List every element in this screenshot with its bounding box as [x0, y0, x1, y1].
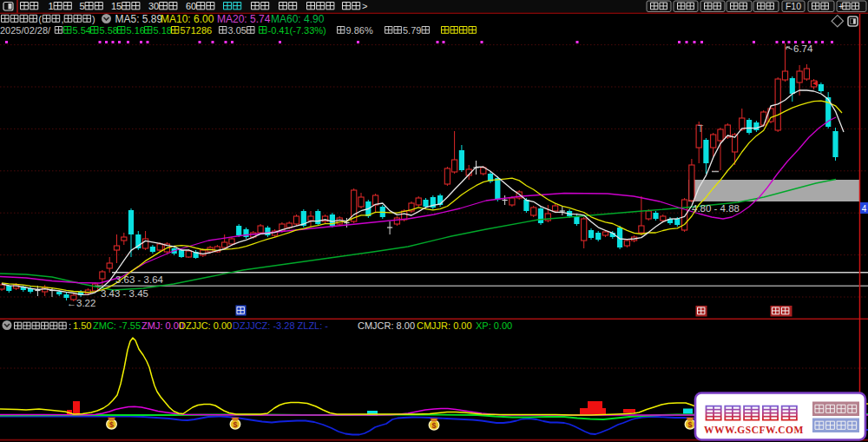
svg-text:571286: 571286 — [181, 25, 213, 36]
svg-text:ZMJ: 0.00: ZMJ: 0.00 — [141, 320, 184, 331]
svg-text::: : — [69, 320, 71, 331]
svg-text:5.58: 5.58 — [100, 25, 118, 36]
svg-text:$: $ — [687, 420, 692, 429]
svg-text:$: $ — [431, 421, 436, 430]
svg-text:30: 30 — [148, 1, 159, 11]
svg-text:$: $ — [109, 420, 114, 429]
svg-text:3.43 - 3.45: 3.43 - 3.45 — [101, 288, 148, 299]
svg-text:T: T — [698, 124, 703, 134]
svg-text:): ) — [92, 14, 95, 24]
svg-text:CMJCR: 8.00: CMJCR: 8.00 — [358, 320, 415, 331]
svg-text:$: $ — [233, 420, 237, 429]
svg-text:1.50: 1.50 — [73, 320, 91, 331]
svg-text:,: , — [61, 14, 63, 24]
svg-text:-0.41(-7.33%): -0.41(-7.33%) — [268, 25, 326, 36]
svg-text:6.74: 6.74 — [793, 43, 813, 54]
svg-text:CMJJR: 0.00: CMJJR: 0.00 — [417, 320, 472, 331]
svg-text:MA20: 5.74: MA20: 5.74 — [217, 13, 271, 25]
svg-text:3.05: 3.05 — [228, 25, 247, 36]
svg-text:2025/02/28/: 2025/02/28/ — [0, 25, 51, 36]
svg-text:5.54: 5.54 — [73, 25, 91, 36]
svg-text:5.79: 5.79 — [403, 25, 421, 36]
svg-text:60: 60 — [186, 1, 196, 11]
svg-text:1: 1 — [49, 1, 54, 11]
svg-text:5.16: 5.16 — [127, 25, 145, 36]
svg-text:MA10: 6.00: MA10: 6.00 — [161, 13, 214, 25]
svg-text:XP: 0.00: XP: 0.00 — [476, 320, 512, 331]
svg-text:5: 5 — [80, 1, 85, 11]
svg-text:MA5: 5.89: MA5: 5.89 — [115, 13, 163, 25]
svg-text:F10: F10 — [786, 1, 801, 11]
svg-text:>: > — [362, 1, 367, 11]
svg-text:3.63 - 3.64: 3.63 - 3.64 — [115, 274, 164, 285]
svg-text:4.80 - 4.88: 4.80 - 4.88 — [692, 203, 740, 214]
svg-text:WWW.GSCFW.COM: WWW.GSCFW.COM — [704, 425, 804, 435]
svg-text:(: ( — [38, 14, 42, 24]
svg-text:15: 15 — [111, 1, 122, 11]
svg-text:ZMC: -7.55: ZMC: -7.55 — [93, 320, 141, 331]
svg-text:MA60: 4.90: MA60: 4.90 — [271, 13, 325, 25]
svg-text:5.18: 5.18 — [154, 25, 172, 36]
svg-text:DZJJC: 0.00: DZJJC: 0.00 — [179, 320, 232, 331]
svg-text:4: 4 — [862, 204, 867, 214]
svg-text:DZJJCZ: -3.28 ZLZL: -: DZJJCZ: -3.28 ZLZL: - — [233, 320, 328, 331]
svg-text:9.86%: 9.86% — [346, 25, 373, 36]
svg-text:←: ← — [67, 298, 76, 308]
svg-text:3.22: 3.22 — [76, 298, 95, 308]
